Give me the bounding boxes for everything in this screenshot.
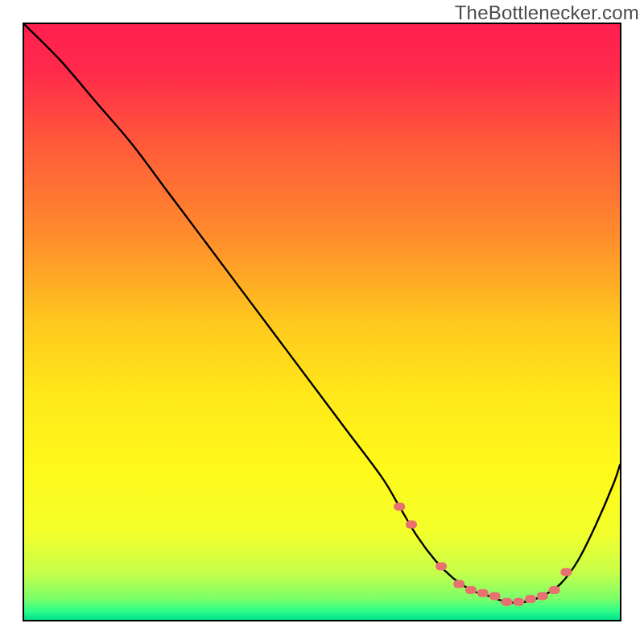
marker-dot	[501, 598, 512, 606]
marker-dot	[549, 586, 560, 594]
marker-dot	[560, 568, 572, 576]
marker-dot	[537, 592, 548, 600]
plot-area	[23, 23, 621, 621]
marker-dot	[436, 562, 447, 570]
marker-dot	[465, 586, 477, 594]
chart-container: TheBottlenecker.com	[0, 0, 644, 644]
marker-dot	[513, 598, 524, 606]
marker-dot	[489, 592, 501, 600]
curve-layer	[24, 24, 620, 620]
highlight-points	[394, 502, 572, 605]
bottleneck-curve	[24, 24, 620, 603]
marker-dot	[406, 521, 417, 529]
plot-inner	[24, 24, 620, 620]
watermark-text: TheBottlenecker.com	[455, 2, 639, 24]
marker-dot	[525, 595, 536, 603]
marker-dot	[477, 589, 489, 597]
marker-dot	[453, 580, 464, 588]
marker-dot	[394, 502, 405, 510]
